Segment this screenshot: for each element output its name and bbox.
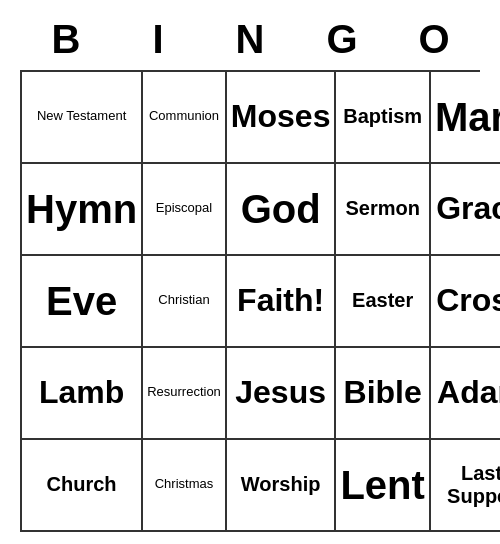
- bingo-cell-16: Resurrection: [143, 348, 227, 440]
- cell-text-0: New Testament: [37, 109, 126, 124]
- bingo-cell-8: Sermon: [336, 164, 430, 256]
- cell-text-23: Lent: [340, 462, 424, 508]
- bingo-cell-15: Lamb: [22, 348, 143, 440]
- bingo-cell-9: Grace: [431, 164, 500, 256]
- bingo-cell-22: Worship: [227, 440, 337, 532]
- header-letter-g: G: [296, 13, 388, 66]
- cell-text-8: Sermon: [345, 197, 419, 220]
- bingo-cell-11: Christian: [143, 256, 227, 348]
- cell-text-20: Church: [47, 473, 117, 496]
- header-letter-n: N: [204, 13, 296, 66]
- bingo-cell-5: Hymn: [22, 164, 143, 256]
- bingo-header: BINGO: [20, 13, 480, 66]
- header-letter-b: B: [20, 13, 112, 66]
- cell-text-19: Adam: [437, 374, 500, 411]
- cell-text-14: Cross: [436, 282, 500, 319]
- bingo-cell-2: Moses: [227, 72, 337, 164]
- cell-text-2: Moses: [231, 98, 331, 135]
- bingo-cell-6: Episcopal: [143, 164, 227, 256]
- cell-text-12: Faith!: [237, 282, 324, 319]
- cell-text-3: Baptism: [343, 105, 422, 128]
- bingo-cell-1: Communion: [143, 72, 227, 164]
- cell-text-18: Bible: [344, 374, 422, 411]
- cell-text-13: Easter: [352, 289, 413, 312]
- bingo-cell-14: Cross: [431, 256, 500, 348]
- bingo-card: BINGO New TestamentCommunionMosesBaptism…: [10, 3, 490, 542]
- bingo-cell-12: Faith!: [227, 256, 337, 348]
- bingo-cell-19: Adam: [431, 348, 500, 440]
- bingo-cell-24: Last Supper: [431, 440, 500, 532]
- header-letter-o: O: [388, 13, 480, 66]
- cell-text-10: Eve: [46, 278, 117, 324]
- cell-text-5: Hymn: [26, 186, 137, 232]
- cell-text-17: Jesus: [235, 374, 326, 411]
- cell-text-21: Christmas: [155, 477, 214, 492]
- bingo-cell-13: Easter: [336, 256, 430, 348]
- cell-text-11: Christian: [158, 293, 209, 308]
- bingo-cell-23: Lent: [336, 440, 430, 532]
- bingo-cell-7: God: [227, 164, 337, 256]
- cell-text-24: Last Supper: [435, 462, 500, 508]
- bingo-grid: New TestamentCommunionMosesBaptismMaryHy…: [20, 70, 480, 532]
- bingo-cell-17: Jesus: [227, 348, 337, 440]
- bingo-cell-20: Church: [22, 440, 143, 532]
- bingo-cell-4: Mary: [431, 72, 500, 164]
- cell-text-15: Lamb: [39, 374, 124, 411]
- bingo-cell-21: Christmas: [143, 440, 227, 532]
- cell-text-6: Episcopal: [156, 201, 212, 216]
- bingo-cell-10: Eve: [22, 256, 143, 348]
- cell-text-7: God: [241, 186, 321, 232]
- bingo-cell-0: New Testament: [22, 72, 143, 164]
- bingo-cell-3: Baptism: [336, 72, 430, 164]
- cell-text-4: Mary: [435, 94, 500, 140]
- bingo-cell-18: Bible: [336, 348, 430, 440]
- cell-text-16: Resurrection: [147, 385, 221, 400]
- cell-text-1: Communion: [149, 109, 219, 124]
- cell-text-22: Worship: [241, 473, 321, 496]
- cell-text-9: Grace: [436, 190, 500, 227]
- header-letter-i: I: [112, 13, 204, 66]
